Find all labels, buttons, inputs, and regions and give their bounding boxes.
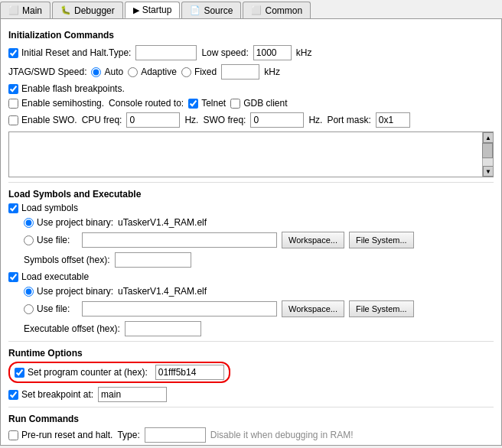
divider-2	[8, 341, 494, 342]
startup-icon: ▶	[133, 5, 139, 15]
set-breakpoint-input[interactable]	[98, 387, 167, 402]
radio-use-file-exec[interactable]	[24, 304, 34, 314]
tab-debugger[interactable]: 🐛 Debugger	[52, 2, 123, 18]
telnet-checkbox[interactable]	[188, 99, 198, 109]
set-pc-row: Set program counter at (hex):	[8, 362, 494, 383]
workspace-symbols-btn[interactable]: Workspace...	[282, 232, 344, 248]
scroll-thumb[interactable]	[482, 143, 493, 158]
console-label: Console routed to:	[109, 98, 184, 109]
port-mask-label: Port mask:	[327, 115, 370, 125]
content-panel: Initialization Commands Initial Reset an…	[0, 19, 502, 446]
pre-run-type-input[interactable]	[145, 427, 206, 443]
set-breakpoint-label[interactable]: Set breakpoint at:	[8, 389, 93, 400]
set-breakpoint-row: Set breakpoint at:	[8, 387, 494, 402]
initialization-header: Initialization Commands	[8, 30, 494, 41]
scroll-down-arrow[interactable]: ▼	[483, 166, 494, 177]
executable-offset-input[interactable]	[125, 321, 201, 336]
swo-row: Enable SWO. CPU freq: Hz. SWO freq: Hz. …	[8, 112, 494, 128]
swo-checkbox[interactable]	[8, 115, 18, 125]
set-pc-checkbox[interactable]	[15, 368, 24, 378]
radio-fixed[interactable]	[181, 67, 191, 77]
set-pc-label[interactable]: Set program counter at (hex):	[15, 367, 148, 378]
cpu-freq-label: CPU freq:	[82, 115, 122, 125]
load-executable-checkbox[interactable]	[8, 272, 18, 282]
use-file-symbols-label[interactable]: Use file:	[24, 235, 77, 245]
scroll-up-arrow[interactable]: ▲	[483, 132, 494, 143]
tab-main[interactable]: ⬜ Main	[0, 2, 51, 18]
jtag-khz-input[interactable]	[221, 64, 259, 80]
semihosting-row: Enable semihosting. Console routed to: T…	[8, 98, 494, 109]
radio-adaptive[interactable]	[128, 67, 138, 77]
use-project-binary-exec-row: Use project binary: uTaskerV1.4_RAM.elf	[24, 286, 494, 297]
swo-freq-label: SWO freq:	[203, 115, 246, 125]
jtag-swd-row: JTAG/SWD Speed: Auto Adaptive Fixed kHz	[8, 64, 494, 80]
port-mask-input[interactable]	[376, 112, 410, 128]
gdb-label[interactable]: GDB client	[230, 98, 287, 109]
swo-label[interactable]: Enable SWO.	[8, 115, 77, 125]
radio-auto-label[interactable]: Auto	[91, 67, 123, 77]
load-executable-label[interactable]: Load executable	[8, 271, 89, 282]
filesystem-symbols-btn[interactable]: File System...	[349, 232, 414, 248]
pre-run-label[interactable]: Pre-run reset and halt.	[8, 430, 112, 440]
tab-startup[interactable]: ▶ Startup	[125, 2, 181, 18]
workspace-exec-btn[interactable]: Workspace...	[282, 300, 344, 317]
set-breakpoint-checkbox[interactable]	[8, 390, 18, 400]
semihosting-checkbox[interactable]	[8, 99, 18, 109]
pre-run-checkbox[interactable]	[8, 430, 18, 440]
load-executable-row: Load executable	[8, 271, 494, 282]
telnet-label[interactable]: Telnet	[188, 98, 226, 109]
load-symbols-label[interactable]: Load symbols	[8, 203, 78, 213]
radio-project-binary-exec[interactable]	[24, 287, 34, 297]
project-binary-exec-value: uTaskerV1.4_RAM.elf	[118, 286, 207, 297]
jtag-khz-label: kHz	[264, 67, 280, 77]
tab-bar: ⬜ Main 🐛 Debugger ▶ Startup 📄 Source ⬜ C…	[0, 0, 502, 19]
run-commands-header: Run Commands	[8, 414, 494, 424]
use-file-exec-input[interactable]	[82, 301, 277, 317]
flash-breakpoints-row: Enable flash breakpoints.	[8, 83, 494, 94]
radio-auto[interactable]	[91, 67, 101, 77]
type-input[interactable]	[135, 45, 197, 60]
symbols-offset-input[interactable]	[115, 252, 191, 268]
tab-source[interactable]: 📄 Source	[181, 2, 241, 18]
radio-fixed-label[interactable]: Fixed	[181, 67, 217, 77]
use-file-symbols-row: Use file: Workspace... File System...	[24, 232, 494, 248]
filesystem-exec-btn[interactable]: File System...	[349, 300, 414, 317]
flash-breakpoints-label[interactable]: Enable flash breakpoints.	[8, 83, 125, 94]
project-binary-symbols-value: uTaskerV1.4_RAM.elf	[118, 217, 207, 228]
tab-common[interactable]: ⬜ Common	[243, 2, 311, 18]
low-speed-label: Low speed:	[201, 47, 248, 58]
runtime-header: Runtime Options	[8, 348, 494, 359]
load-symbols-checkbox[interactable]	[8, 203, 18, 213]
semihosting-label[interactable]: Enable semihosting.	[8, 98, 104, 109]
debugger-icon: 🐛	[60, 5, 71, 15]
main-icon: ⬜	[8, 5, 19, 15]
flash-breakpoints-checkbox[interactable]	[8, 84, 18, 94]
common-icon: ⬜	[251, 5, 262, 15]
init-commands-textarea[interactable]: ▲ ▼	[8, 131, 494, 177]
set-pc-input[interactable]	[155, 365, 224, 380]
radio-use-file-symbols[interactable]	[24, 235, 34, 245]
hz1-label: Hz.	[184, 115, 198, 125]
use-file-exec-label[interactable]: Use file:	[24, 304, 77, 314]
khz-label: kHz	[296, 47, 312, 58]
scrollbar[interactable]: ▲ ▼	[482, 132, 493, 177]
use-project-binary-symbols-label[interactable]: Use project binary:	[24, 217, 113, 228]
radio-adaptive-label[interactable]: Adaptive	[128, 67, 177, 77]
type-label: Type:	[109, 47, 131, 58]
disable-label: Disable it when debugging in RAM!	[210, 430, 354, 440]
initial-reset-checkbox-label[interactable]: Initial Reset and Halt.	[8, 47, 109, 58]
pre-run-type-label: Type:	[117, 430, 139, 440]
initial-reset-checkbox[interactable]	[8, 48, 18, 58]
use-project-binary-exec-label[interactable]: Use project binary:	[24, 286, 113, 297]
radio-project-binary-symbols[interactable]	[24, 218, 34, 228]
cpu-freq-input[interactable]	[126, 112, 180, 128]
pre-run-row: Pre-run reset and halt. Type: Disable it…	[8, 427, 494, 443]
divider-1	[8, 182, 494, 183]
gdb-checkbox[interactable]	[230, 99, 240, 109]
source-icon: 📄	[190, 5, 200, 15]
use-file-symbols-input[interactable]	[82, 232, 277, 248]
swo-freq-input[interactable]	[250, 112, 304, 128]
load-symbols-header: Load Symbols and Executable	[8, 189, 494, 200]
low-speed-input[interactable]	[253, 45, 292, 60]
set-pc-highlight: Set program counter at (hex):	[8, 362, 230, 383]
